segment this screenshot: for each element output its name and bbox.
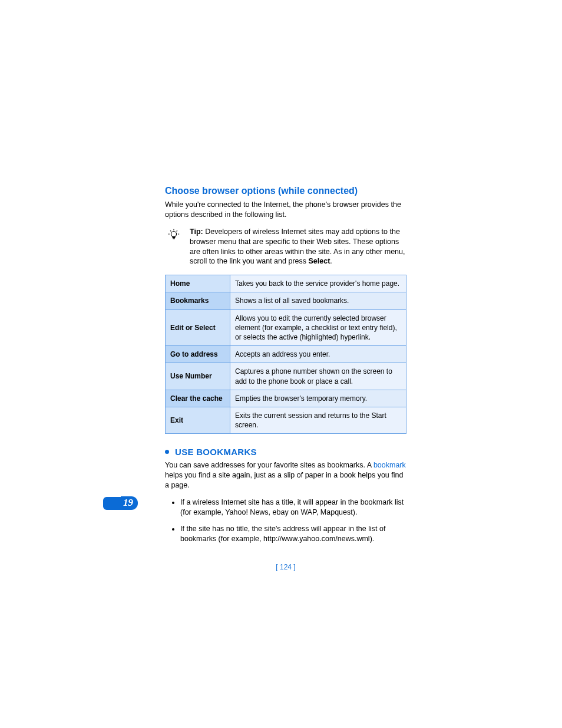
table-row: Go to addressAccepts an address you ente… [166, 346, 406, 363]
chapter-tab: 19 [103, 496, 138, 510]
tip-block: Tip: Developers of wireless Internet sit… [165, 227, 406, 267]
page-content: Choose browser options (while connected)… [165, 186, 406, 551]
option-description: Shows a list of all saved bookmarks. [230, 292, 406, 309]
option-name: Use Number [166, 363, 230, 390]
bookmarks-p-b: helps you find a site again, just as a s… [165, 471, 403, 489]
svg-point-0 [171, 231, 176, 236]
option-description: Allows you to edit the currently selecte… [230, 309, 406, 346]
option-name: Edit or Select [166, 309, 230, 346]
tip-text-b: . [330, 257, 332, 265]
bookmarks-paragraph: You can save addresses for your favorite… [165, 460, 406, 490]
option-description: Captures a phone number shown on the scr… [230, 363, 406, 390]
chapter-number: 19 [121, 496, 138, 510]
list-item: If a wireless Internet site has a title,… [180, 498, 406, 518]
option-description: Exits the current session and returns to… [230, 407, 406, 433]
table-row: ExitExits the current session and return… [166, 407, 406, 433]
lightbulb-icon [165, 227, 183, 267]
bookmark-term: bookmark [373, 461, 406, 469]
table-row: Edit or SelectAllows you to edit the cur… [166, 309, 406, 346]
svg-line-4 [170, 230, 171, 231]
option-description: Empties the browser's temporary memory. [230, 390, 406, 407]
option-name: Exit [166, 407, 230, 433]
option-description: Accepts an address you enter. [230, 346, 406, 363]
bookmarks-bullet-list: If a wireless Internet site has a title,… [165, 498, 406, 545]
bookmarks-p-a: You can save addresses for your favorite… [165, 461, 373, 469]
section-intro: While you're connected to the Internet, … [165, 200, 406, 220]
list-item: If the site has no title, the site's add… [180, 524, 406, 545]
tip-text-a: Developers of wireless Internet sites ma… [190, 228, 405, 266]
tip-label: Tip: [190, 228, 203, 236]
options-table: HomeTakes you back to the service provid… [165, 275, 406, 434]
option-name: Clear the cache [166, 390, 230, 407]
option-name: Home [166, 275, 230, 292]
svg-line-5 [177, 230, 177, 231]
table-row: BookmarksShows a list of all saved bookm… [166, 292, 406, 309]
option-description: Takes you back to the service provider's… [230, 275, 406, 292]
chapter-tab-bar [103, 497, 121, 510]
option-name: Go to address [166, 346, 230, 363]
bullet-icon [165, 450, 169, 454]
table-row: Use NumberCaptures a phone number shown … [166, 363, 406, 390]
page-number: [ 124 ] [165, 563, 406, 571]
tip-select-word: Select [309, 257, 330, 265]
tip-text: Tip: Developers of wireless Internet sit… [190, 227, 406, 267]
table-row: Clear the cacheEmpties the browser's tem… [166, 390, 406, 407]
option-name: Bookmarks [166, 292, 230, 309]
bookmarks-heading: USE BOOKMARKS [165, 447, 406, 457]
bookmarks-heading-text: USE BOOKMARKS [175, 447, 257, 457]
section-heading: Choose browser options (while connected) [165, 186, 406, 196]
table-row: HomeTakes you back to the service provid… [166, 275, 406, 292]
